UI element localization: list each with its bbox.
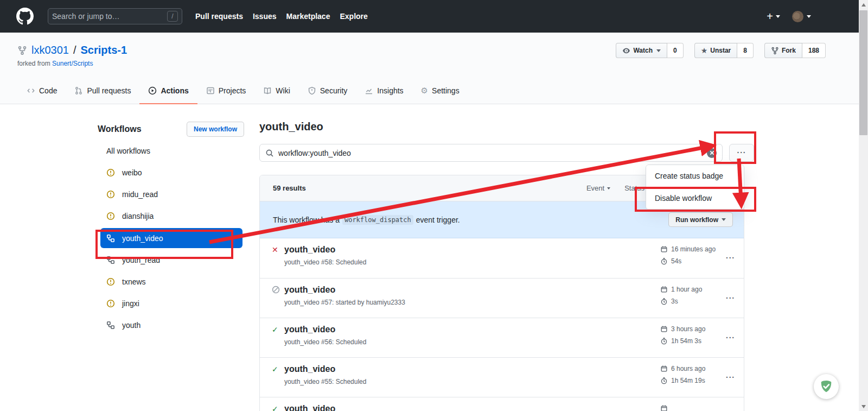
sidebar-item-label: jingxi bbox=[122, 299, 139, 308]
repo-slash: / bbox=[73, 44, 76, 56]
run-workflow-label: Run workflow bbox=[675, 216, 718, 224]
menu-item-create-status-badge[interactable]: Create status badge bbox=[646, 165, 744, 187]
check-success-icon: ✓ bbox=[272, 404, 280, 411]
repo-owner-link[interactable]: lxk0301 bbox=[31, 44, 69, 56]
tab-settings[interactable]: Settings bbox=[412, 78, 468, 104]
slash-shortcut-key: / bbox=[167, 11, 178, 22]
chevron-down-icon bbox=[722, 218, 726, 221]
run-row: ✓ youth_video youth_video #56: Scheduled… bbox=[260, 318, 744, 357]
page-scrollbar[interactable] bbox=[859, 0, 868, 411]
workflow-icon bbox=[106, 234, 115, 243]
tab-wiki[interactable]: Wiki bbox=[254, 78, 298, 104]
watch-button[interactable]: Watch bbox=[616, 43, 667, 58]
runs-filter-input[interactable] bbox=[278, 149, 707, 157]
workflow-options-button[interactable] bbox=[729, 144, 754, 162]
run-title-link[interactable]: youth_video bbox=[284, 325, 366, 334]
nav-link-explore[interactable]: Explore bbox=[340, 12, 367, 21]
create-new-menu[interactable] bbox=[767, 11, 780, 22]
tab-actions[interactable]: Actions bbox=[139, 78, 197, 104]
tab-label: Security bbox=[320, 86, 348, 95]
graph-icon bbox=[365, 86, 373, 95]
star-count[interactable]: 8 bbox=[737, 43, 754, 58]
run-duration: 3s bbox=[671, 298, 678, 305]
scrollbar-thumb[interactable] bbox=[859, 10, 867, 135]
runs-filter-bar[interactable] bbox=[259, 144, 723, 162]
run-kebab-menu[interactable] bbox=[726, 333, 735, 342]
fork-count[interactable]: 188 bbox=[802, 43, 826, 58]
sidebar-item-txnews[interactable]: txnews bbox=[100, 271, 242, 293]
run-row: youth_video youth_video #57: started by … bbox=[260, 278, 744, 318]
nav-link-pull-requests[interactable]: Pull requests bbox=[195, 12, 243, 21]
sidebar-item-jingxi[interactable]: jingxi bbox=[100, 293, 242, 314]
sidebar-item-youth-read[interactable]: youth_read bbox=[100, 249, 242, 271]
repo-name-link[interactable]: Scripts-1 bbox=[81, 44, 127, 56]
tab-insights[interactable]: Insights bbox=[356, 78, 412, 104]
run-workflow-button[interactable]: Run workflow bbox=[668, 212, 733, 227]
run-time: 1 hour ago bbox=[671, 286, 702, 293]
run-kebab-menu[interactable] bbox=[726, 294, 735, 302]
warning-icon bbox=[106, 190, 115, 199]
tab-code[interactable]: Code bbox=[18, 78, 66, 104]
nav-link-marketplace[interactable]: Marketplace bbox=[286, 12, 330, 21]
code-icon bbox=[27, 86, 35, 95]
tab-projects[interactable]: Projects bbox=[197, 78, 255, 104]
repo-forked-icon bbox=[771, 47, 779, 55]
sidebar-item-youth[interactable]: youth bbox=[100, 314, 242, 336]
top-nav: / Pull requests Issues Marketplace Explo… bbox=[0, 0, 868, 33]
run-kebab-menu[interactable] bbox=[726, 373, 735, 382]
adguard-extension-badge[interactable] bbox=[814, 374, 839, 399]
tab-label: Insights bbox=[377, 86, 403, 95]
chevron-down-icon bbox=[776, 15, 780, 18]
run-title-link[interactable]: youth_video bbox=[284, 404, 335, 411]
sidebar-item-youth-video[interactable]: youth_video bbox=[100, 228, 242, 248]
clear-filter-button[interactable] bbox=[707, 148, 717, 158]
github-logo-icon[interactable] bbox=[16, 8, 34, 25]
warning-icon bbox=[106, 299, 115, 308]
scroll-down-button[interactable] bbox=[859, 402, 868, 411]
warning-icon bbox=[106, 168, 115, 177]
check-success-icon: ✓ bbox=[272, 364, 280, 385]
calendar-icon bbox=[660, 245, 668, 253]
unstar-button[interactable]: Unstar bbox=[694, 43, 738, 58]
repo-header: lxk0301 / Scripts-1 forked from Sunert/S… bbox=[0, 33, 868, 104]
new-workflow-button[interactable]: New workflow bbox=[187, 122, 244, 137]
plus-icon bbox=[767, 11, 773, 22]
fork-button[interactable]: Fork bbox=[764, 43, 802, 58]
chevron-down-icon bbox=[807, 15, 811, 18]
run-title-link[interactable]: youth_video bbox=[284, 245, 366, 255]
workflow-icon bbox=[106, 256, 115, 264]
global-search-input[interactable] bbox=[52, 12, 167, 21]
run-time: 16 minutes ago bbox=[671, 245, 716, 253]
run-time: 3 hours ago bbox=[671, 325, 705, 333]
menu-item-disable-workflow[interactable]: Disable workflow bbox=[646, 187, 744, 209]
triangle-down-icon bbox=[861, 405, 866, 408]
sidebar-item-all-workflows[interactable]: All workflows bbox=[100, 140, 242, 162]
tab-label: Pull requests bbox=[87, 86, 131, 95]
runs-list-panel: 59 results Event Status This workflow ha… bbox=[259, 175, 744, 411]
workflow-icon bbox=[106, 321, 115, 330]
event-filter-dropdown[interactable]: Event bbox=[586, 184, 610, 192]
green-shield-check-icon bbox=[819, 380, 833, 394]
star-icon bbox=[701, 47, 708, 55]
banner-text: This workflow has a bbox=[273, 216, 340, 224]
check-success-icon: ✓ bbox=[272, 325, 280, 346]
fork-source-link[interactable]: Sunert/Scripts bbox=[52, 60, 93, 67]
tab-label: Projects bbox=[219, 86, 246, 95]
nav-link-issues[interactable]: Issues bbox=[253, 12, 277, 21]
sidebar-item-midu-read[interactable]: midu_read bbox=[100, 184, 242, 205]
sidebar-item-weibo[interactable]: weibo bbox=[100, 162, 242, 184]
user-menu[interactable] bbox=[792, 11, 811, 22]
tab-security[interactable]: Security bbox=[299, 78, 356, 104]
sidebar-item-dianshijia[interactable]: dianshijia bbox=[100, 205, 242, 227]
run-title-link[interactable]: youth_video bbox=[284, 285, 405, 295]
global-search[interactable]: / bbox=[48, 8, 182, 24]
run-title-link[interactable]: youth_video bbox=[284, 364, 366, 374]
banner-code: workflow_dispatch bbox=[342, 215, 413, 225]
tab-pull-requests[interactable]: Pull requests bbox=[66, 78, 139, 104]
stopwatch-icon bbox=[660, 298, 668, 305]
scroll-up-button[interactable] bbox=[859, 0, 868, 9]
watch-count[interactable]: 0 bbox=[667, 43, 684, 58]
triangle-up-icon bbox=[861, 3, 866, 7]
run-kebab-menu[interactable] bbox=[726, 254, 735, 262]
sidebar-item-label: All workflows bbox=[106, 147, 150, 155]
